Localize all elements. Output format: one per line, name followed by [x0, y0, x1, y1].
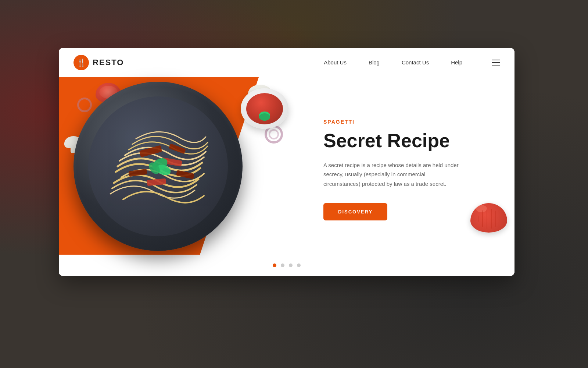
nav-contact-us[interactable]: Contact Us	[402, 59, 429, 66]
main-card: 🍴 RESTO About Us Blog Contact Us Help	[59, 48, 514, 276]
nav-blog[interactable]: Blog	[369, 59, 380, 66]
navigation: 🍴 RESTO About Us Blog Contact Us Help	[59, 48, 514, 77]
hamburger-menu-icon[interactable]	[492, 60, 500, 66]
text-section: SPAGETTI Secret Recipe A secret recipe i…	[294, 77, 514, 255]
nav-about-us[interactable]: About Us	[324, 59, 347, 66]
logo-text: RESTO	[93, 58, 124, 67]
nav-links: About Us Blog Contact Us Help	[324, 59, 500, 66]
tomato-corner-decoration	[470, 203, 507, 233]
slider-dot-2[interactable]	[281, 263, 284, 267]
main-content: SPAGETTI Secret Recipe A secret recipe i…	[59, 77, 514, 255]
svg-rect-3	[169, 144, 186, 154]
hero-description: A secret recipe is a recipe whose detail…	[323, 160, 463, 189]
hero-title: Secret Recipe	[323, 130, 492, 151]
discovery-button[interactable]: DISCOVERY	[323, 203, 387, 220]
food-section	[59, 77, 294, 255]
pasta-svg	[96, 107, 220, 225]
slider-dot-4[interactable]	[297, 263, 301, 267]
pasta-plate	[74, 82, 257, 266]
logo[interactable]: 🍴 RESTO	[74, 55, 124, 70]
slider-dot-3[interactable]	[289, 263, 293, 267]
nav-help[interactable]: Help	[451, 59, 462, 66]
svg-rect-5	[176, 170, 194, 179]
category-label: SPAGETTI	[323, 119, 492, 125]
logo-icon: 🍴	[74, 55, 89, 70]
slider-dot-1[interactable]	[273, 263, 276, 267]
